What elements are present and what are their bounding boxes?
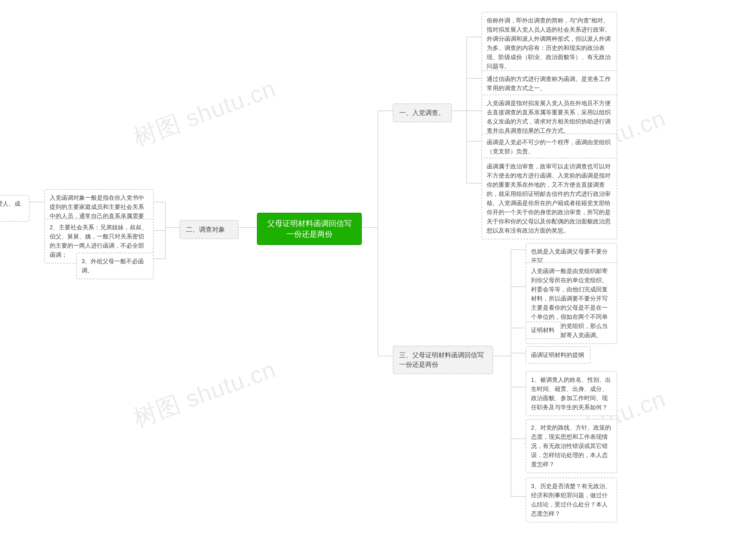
branch-3-leaf-5: 2、对党的路线、方针、政策的态度，现实思想和工作表现情况，有无政治性错误或其它错… xyxy=(526,419,617,473)
watermark: 树图 shutu.cn xyxy=(129,354,281,435)
branch-1-leaf-3: 函调是入党必不可少的一个程序，函调由党组织（党支部）负责。 xyxy=(481,133,617,160)
branch-3: 三、父母证明材料函调回信写一份还是两份 xyxy=(393,346,493,374)
branch-2-leaf-2: 3、外祖父母一般不必函调。 xyxy=(76,252,154,279)
branch-3-leaf-6: 3、历史是否清楚？有无政治、经济和刑事犯罪问题，做过什么结论，受过什么处分？本人… xyxy=(526,478,617,522)
branch-3-leaf-3: 函调证明材料的提纲 xyxy=(526,346,591,364)
branch-1-leaf-4: 函调属于政治审查，政审可以走访调查也可以对不方便去的地方进行函调。入党前的函调是… xyxy=(481,158,617,239)
branch-1-leaf-2-text: 入党函调是指对拟发展入党人员在外地且不方便去直接调查的直系亲属等重要关系，采用以… xyxy=(487,100,611,134)
branch-2-title: 二、调查对象 xyxy=(186,226,225,233)
branch-3-leaf-3-text: 函调证明材料的提纲 xyxy=(531,352,584,358)
branch-1-leaf-0: 俗称外调，即外出调查的简称，与"内查"相对。指对拟发展入党人员人选的社会关系进行… xyxy=(481,12,617,75)
branch-1: 一、入党调查。 xyxy=(393,103,452,122)
branch-2-subleaf-text: 1、家庭成员：包括父母、爱人、成年子女； xyxy=(0,200,20,216)
branch-1-leaf-4-text: 函调属于政治审查，政审可以走访调查也可以对不方便去的地方进行函调。入党前的函调是… xyxy=(487,163,611,234)
center-topic-text: 父母证明材料函调回信写一份还是两份 xyxy=(267,219,352,238)
branch-1-leaf-0-text: 俗称外调，即外出调查的简称，与"内查"相对。指对拟发展入党人员人选的社会关系进行… xyxy=(487,17,611,69)
branch-2-leaf-2-text: 3、外祖父母一般不必函调。 xyxy=(82,258,144,274)
branch-3-leaf-4-text: 1、被调查人的姓名、性别、出生时间、籍贯、出身、成分、政治面貌、参加工作时间、现… xyxy=(531,377,611,411)
center-topic: 父母证明材料函调回信写一份还是两份 xyxy=(257,213,362,245)
branch-1-leaf-1-text: 通过信函的方式进行调查称为函调。是党务工作常用的调查方式之一。 xyxy=(487,76,611,91)
branch-3-leaf-6-text: 3、历史是否清楚？有无政治、经济和刑事犯罪问题，做过什么结论，受过什么处分？本人… xyxy=(531,483,611,517)
branch-1-title: 一、入党调查。 xyxy=(399,109,445,116)
branch-3-title: 三、父母证明材料函调回信写一份还是两份 xyxy=(399,351,484,368)
branch-1-leaf-1: 通过信函的方式进行调查称为函调。是党务工作常用的调查方式之一。 xyxy=(481,70,617,97)
branch-3-leaf-2: 证明材料 xyxy=(526,322,561,339)
watermark: 树图 shutu.cn xyxy=(129,73,281,154)
branch-1-leaf-2: 入党函调是指对拟发展入党人员在外地且不方便去直接调查的直系亲属等重要关系，采用以… xyxy=(481,94,617,139)
branch-2-subleaf: 1、家庭成员：包括父母、爱人、成年子女； xyxy=(0,195,30,221)
branch-2: 二、调查对象 xyxy=(180,220,239,239)
branch-3-leaf-2-text: 证明材料 xyxy=(531,327,555,333)
branch-1-leaf-3-text: 函调是入党必不可少的一个程序，函调由党组织（党支部）负责。 xyxy=(487,139,611,154)
branch-3-leaf-5-text: 2、对党的路线、方针、政策的态度，现实思想和工作表现情况，有无政治性错误或其它错… xyxy=(531,424,611,468)
branch-3-leaf-4: 1、被调查人的姓名、性别、出生时间、籍贯、出身、成分、政治面貌、参加工作时间、现… xyxy=(526,371,617,416)
branch-3-leaf-0-text: 也就是入党函调父母要不要分开写 xyxy=(531,248,608,264)
